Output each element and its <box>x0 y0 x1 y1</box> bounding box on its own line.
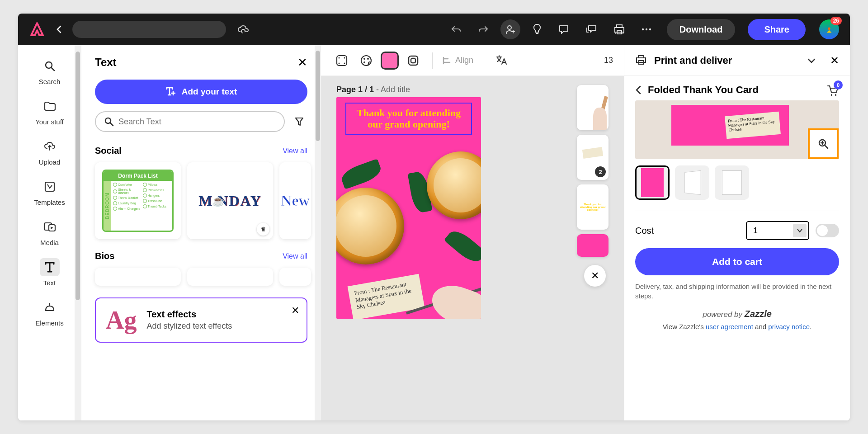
rail-label: Search <box>39 78 61 85</box>
search-icon <box>104 117 114 127</box>
share-button[interactable]: Share <box>748 19 806 40</box>
app-frame: Download Share 26 Search Your stuff Uplo… <box>18 14 850 420</box>
document-title-input[interactable] <box>72 21 226 38</box>
cart-count-badge: 0 <box>834 80 843 90</box>
social-view-all-link[interactable]: View all <box>283 147 307 155</box>
shipping-disclaimer: Delivery, tax, and shipping information … <box>635 282 839 301</box>
rail-media[interactable]: Media <box>27 213 72 251</box>
privacy-notice-link[interactable]: privacy notice <box>768 323 810 330</box>
rail-elements[interactable]: Elements <box>27 294 72 331</box>
svg-point-5 <box>646 28 647 30</box>
new-text: New <box>281 192 310 209</box>
back-button[interactable] <box>52 22 65 37</box>
close-text-effects-button[interactable]: ✕ <box>291 305 299 316</box>
rail-search[interactable]: Search <box>27 52 72 90</box>
template-bio-2[interactable] <box>187 268 273 286</box>
rail-upload[interactable]: Upload <box>27 133 72 170</box>
text-panel-scrollbar[interactable] <box>315 45 321 420</box>
template-dorm-pack-list[interactable]: Dorm Pack List BEDROOM ComforterSheets &… <box>95 162 181 239</box>
more-menu-icon[interactable] <box>637 24 656 35</box>
comment-icon[interactable] <box>554 20 574 39</box>
bios-templates-row <box>81 265 321 293</box>
text-effects-title: Text effects <box>146 309 232 320</box>
page-label[interactable]: Page 1 / 1 - Add title <box>336 85 571 94</box>
cart-button[interactable]: 0 <box>826 84 839 96</box>
rail-scrollbar[interactable] <box>75 45 81 420</box>
undo-button[interactable] <box>446 20 466 38</box>
add-to-cart-button[interactable]: Add to cart <box>635 248 839 275</box>
invite-button[interactable] <box>500 19 520 39</box>
redo-button[interactable] <box>473 20 493 38</box>
svg-point-18 <box>361 56 371 66</box>
print-back-button[interactable] <box>635 85 642 94</box>
close-thumbnails-button[interactable]: ✕ <box>584 265 606 287</box>
text-effects-sample: Ag <box>106 307 137 333</box>
rail-templates[interactable]: Templates <box>27 173 72 211</box>
align-icon <box>442 56 452 66</box>
print-preview-hero[interactable]: From : The Restaurant Managers at Stars … <box>635 100 839 159</box>
quantity-select[interactable]: 1 <box>746 221 809 240</box>
rail-label: Elements <box>35 319 64 327</box>
svg-rect-13 <box>337 56 347 66</box>
card-headline[interactable]: Thank you for attending our grand openin… <box>345 103 472 135</box>
svg-point-8 <box>46 62 52 68</box>
close-print-panel-button[interactable]: ✕ <box>830 54 839 67</box>
card-image-area: From : The Restaurant Managers at Stars … <box>336 156 481 319</box>
close-text-panel-button[interactable]: ✕ <box>297 57 307 68</box>
app-logo[interactable] <box>29 21 45 38</box>
cost-toggle[interactable] <box>816 224 839 237</box>
dorm-title: Dorm Pack List <box>104 171 172 181</box>
svg-point-20 <box>367 58 369 60</box>
tips-icon[interactable] <box>528 19 547 40</box>
rail-label: Your stuff <box>35 118 64 126</box>
page-thumbnail-4[interactable] <box>577 234 609 257</box>
align-tool[interactable]: Align <box>442 56 473 66</box>
cost-label: Cost <box>635 226 654 236</box>
preview-thumb-3[interactable] <box>715 165 749 200</box>
zoom-preview-button[interactable] <box>808 128 839 159</box>
svg-rect-9 <box>45 182 54 191</box>
comments-multi-icon[interactable] <box>581 20 602 39</box>
template-monday[interactable]: M NDAY☕ ♛ <box>187 162 273 239</box>
print-icon[interactable] <box>609 19 630 39</box>
crop-tool-icon[interactable] <box>332 51 352 71</box>
svg-point-21 <box>363 61 365 63</box>
fill-color-swatch[interactable] <box>381 52 399 70</box>
page-thumbnail-1[interactable] <box>577 85 609 130</box>
preview-thumb-1[interactable] <box>635 165 670 200</box>
template-bio-1[interactable] <box>95 268 181 286</box>
download-button[interactable]: Download <box>667 19 736 40</box>
page-thumbnail-2[interactable]: 2 <box>577 135 609 180</box>
text-effects-subtitle: Add stylized text effects <box>146 321 232 331</box>
design-canvas[interactable]: Thank you for attending our grand openin… <box>336 97 481 319</box>
user-avatar[interactable]: 26 <box>819 19 839 39</box>
search-text-field[interactable] <box>118 117 276 127</box>
dorm-side-label: BEDROOM <box>104 181 111 231</box>
svg-point-16 <box>339 62 340 64</box>
search-text-input[interactable] <box>95 111 285 132</box>
bios-view-all-link[interactable]: View all <box>283 252 307 260</box>
collapse-print-panel-button[interactable] <box>807 58 816 63</box>
rail-your-stuff[interactable]: Your stuff <box>27 93 72 130</box>
filter-button[interactable] <box>291 113 307 130</box>
template-new[interactable]: New <box>279 162 311 239</box>
premium-badge-icon: ♛ <box>257 223 269 236</box>
cloud-sync-icon[interactable] <box>237 24 250 34</box>
svg-point-6 <box>649 28 651 30</box>
canvas-area: Align 13 Page 1 / 1 - Add title Thank yo… <box>321 45 624 420</box>
shape-tool-icon[interactable] <box>403 51 423 71</box>
text-effects-card[interactable]: Ag Text effects Add stylized text effect… <box>95 297 307 343</box>
translate-tool-icon[interactable] <box>491 51 511 71</box>
user-agreement-link[interactable]: user agreement <box>706 323 753 330</box>
template-bio-3[interactable] <box>279 268 311 286</box>
rail-text[interactable]: Text <box>27 254 72 291</box>
add-your-text-button[interactable]: Add your text <box>95 80 307 104</box>
page-thumbnail-3[interactable]: Thank you for attending our grand openin… <box>577 184 609 230</box>
zoom-level[interactable]: 13 <box>604 56 613 65</box>
preview-thumb-2[interactable] <box>675 165 709 200</box>
text-panel-title: Text <box>95 56 117 69</box>
print-product-title: Folded Thank You Card <box>648 84 820 96</box>
quantity-value: 1 <box>753 226 758 236</box>
svg-point-19 <box>363 58 365 60</box>
color-palette-icon[interactable] <box>356 51 376 71</box>
